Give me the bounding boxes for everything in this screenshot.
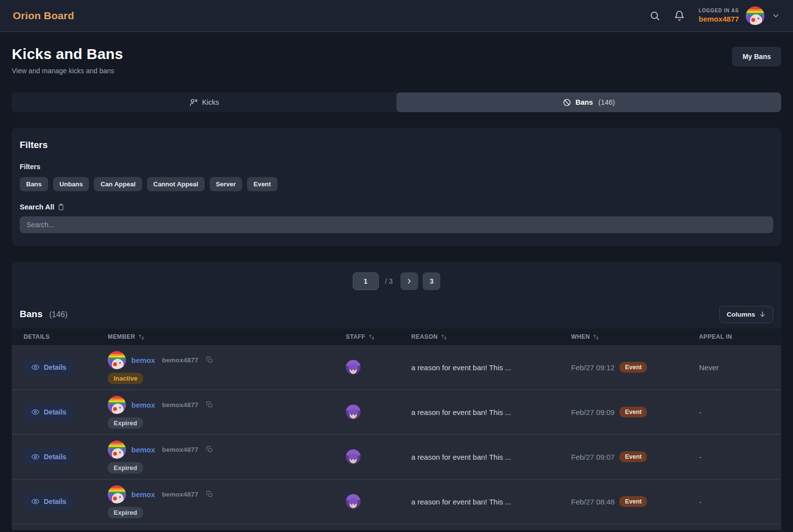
eye-icon bbox=[31, 408, 39, 416]
search-all-label: Search All bbox=[20, 203, 54, 211]
filter-chip-bans[interactable]: Bans bbox=[20, 177, 48, 191]
copy-icon[interactable] bbox=[206, 491, 213, 498]
tab-bans-count: (146) bbox=[598, 98, 615, 106]
member-name[interactable]: bemox bbox=[131, 356, 155, 364]
status-badge: Expired bbox=[108, 417, 143, 429]
filter-chip-event[interactable]: Event bbox=[247, 177, 277, 191]
tab-bar: Kicks Bans (146) bbox=[12, 92, 781, 112]
table-title: Bans bbox=[20, 309, 42, 319]
member-name[interactable]: bemox bbox=[131, 445, 155, 454]
tab-bans[interactable]: Bans (146) bbox=[396, 92, 781, 112]
sort-icon bbox=[368, 334, 375, 340]
reason-text: a reason for event ban! This ... bbox=[399, 498, 559, 506]
pagination: / 3 3 bbox=[12, 262, 781, 300]
page-header: Kicks and Bans View and manage kicks and… bbox=[12, 46, 781, 75]
details-button[interactable]: Details bbox=[24, 493, 74, 510]
table-row-partial bbox=[12, 524, 781, 530]
reason-text: a reason for event ban! This ... bbox=[399, 453, 559, 461]
filter-chip-server[interactable]: Server bbox=[210, 177, 242, 191]
logged-in-as-label: LOGGED IN AS bbox=[699, 7, 739, 14]
column-header-reason[interactable]: REASON bbox=[399, 333, 559, 340]
status-badge: Expired bbox=[108, 507, 143, 518]
details-button[interactable]: Details bbox=[24, 359, 74, 376]
member-avatar bbox=[108, 351, 126, 369]
member-tag: bemox4877 bbox=[162, 446, 198, 453]
user-x-icon bbox=[189, 98, 198, 107]
appeal-in-value: - bbox=[687, 408, 781, 416]
columns-button[interactable]: Columns bbox=[719, 306, 773, 323]
filter-chip-unbans[interactable]: Unbans bbox=[53, 177, 90, 191]
status-badge: Inactive bbox=[108, 373, 143, 384]
status-badge: Expired bbox=[108, 462, 143, 473]
when-timestamp: Feb/27 09:07 bbox=[571, 453, 614, 461]
staff-avatar bbox=[346, 405, 399, 419]
table-section-header: Bans (146) Columns bbox=[12, 300, 781, 328]
details-button[interactable]: Details bbox=[24, 404, 74, 420]
appeal-in-value: Never bbox=[687, 363, 781, 372]
member-avatar bbox=[108, 485, 126, 503]
avatar[interactable] bbox=[746, 6, 764, 25]
last-page-button[interactable]: 3 bbox=[423, 272, 440, 290]
bans-table-card: / 3 3 Bans (146) Columns DETAILS MEM bbox=[12, 262, 781, 530]
member-tag: bemox4877 bbox=[162, 491, 198, 498]
column-header-member[interactable]: MEMBER bbox=[96, 333, 334, 340]
reason-text: a reason for event ban! This ... bbox=[399, 408, 559, 416]
username: bemox4877 bbox=[699, 14, 739, 24]
ban-icon bbox=[563, 98, 571, 107]
eye-icon bbox=[31, 453, 39, 461]
column-header-when[interactable]: WHEN bbox=[559, 333, 687, 340]
member-name[interactable]: bemox bbox=[131, 490, 155, 499]
staff-avatar bbox=[346, 360, 399, 375]
table-header-row: DETAILS MEMBER STAFF REASON WHEN APPEAL … bbox=[12, 328, 781, 345]
current-page-input[interactable] bbox=[353, 272, 379, 290]
tab-bans-label: Bans bbox=[576, 98, 593, 106]
member-avatar bbox=[108, 396, 126, 414]
search-icon[interactable] bbox=[649, 10, 660, 21]
filters-card: Filters Filters Bans Unbans Can Appeal C… bbox=[12, 128, 781, 246]
filter-chip-cannot-appeal[interactable]: Cannot Appeal bbox=[147, 177, 205, 191]
event-badge: Event bbox=[619, 362, 647, 373]
member-tag: bemox4877 bbox=[162, 401, 198, 409]
tab-kicks-label: Kicks bbox=[202, 98, 219, 106]
event-badge: Event bbox=[619, 496, 647, 507]
column-header-appeal-in: APPEAL IN bbox=[687, 333, 781, 340]
column-header-staff[interactable]: STAFF bbox=[334, 333, 399, 340]
next-page-button[interactable] bbox=[400, 272, 418, 290]
topbar: Orion Board LOGGED IN AS bemox4877 bbox=[0, 0, 793, 32]
appeal-in-value: - bbox=[687, 453, 781, 461]
eye-icon bbox=[31, 498, 39, 505]
bell-icon[interactable] bbox=[674, 10, 685, 21]
copy-icon[interactable] bbox=[206, 356, 213, 363]
filter-chips: Bans Unbans Can Appeal Cannot Appeal Ser… bbox=[20, 177, 773, 191]
clipboard-icon[interactable] bbox=[58, 204, 64, 210]
table-count: (146) bbox=[49, 310, 67, 319]
sort-icon bbox=[593, 334, 599, 340]
filter-chip-can-appeal[interactable]: Can Appeal bbox=[94, 177, 142, 191]
appeal-in-value: - bbox=[687, 498, 781, 506]
table-row: Details bemox bemox4877 Expired a reason… bbox=[12, 435, 781, 479]
copy-icon[interactable] bbox=[206, 401, 213, 408]
tab-kicks[interactable]: Kicks bbox=[12, 92, 396, 112]
sort-icon bbox=[441, 334, 447, 340]
columns-button-label: Columns bbox=[727, 311, 755, 318]
page-total-label: / 3 bbox=[385, 277, 393, 285]
column-header-details: DETAILS bbox=[12, 333, 96, 340]
when-timestamp: Feb/27 09:09 bbox=[571, 408, 614, 416]
search-input[interactable] bbox=[20, 216, 773, 233]
member-name[interactable]: bemox bbox=[131, 401, 155, 409]
page-title: Kicks and Bans bbox=[12, 46, 123, 62]
staff-avatar bbox=[346, 494, 399, 509]
event-badge: Event bbox=[619, 451, 647, 462]
copy-icon[interactable] bbox=[206, 446, 213, 453]
app-logo[interactable]: Orion Board bbox=[13, 10, 74, 22]
table-row: Details bemox bemox4877 Inactive a reaso… bbox=[12, 345, 781, 390]
when-timestamp: Feb/27 08:48 bbox=[571, 498, 614, 506]
member-tag: bemox4877 bbox=[162, 356, 198, 364]
staff-avatar bbox=[346, 449, 399, 464]
event-badge: Event bbox=[619, 407, 647, 417]
filters-card-title: Filters bbox=[20, 140, 773, 150]
chevron-down-icon[interactable] bbox=[771, 11, 780, 20]
details-button[interactable]: Details bbox=[24, 448, 74, 465]
user-menu[interactable]: LOGGED IN AS bemox4877 bbox=[699, 6, 780, 25]
my-bans-button[interactable]: My Bans bbox=[732, 47, 781, 66]
